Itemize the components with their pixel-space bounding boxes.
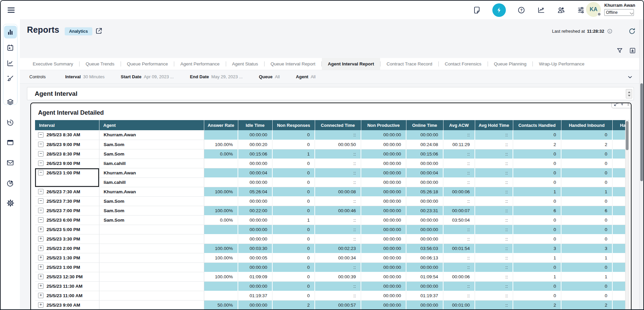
page-scrollbar-thumb[interactable]	[640, 83, 643, 181]
sidebar-item-layers[interactable]	[4, 95, 17, 108]
sidebar-item-window[interactable]	[4, 136, 17, 149]
expand-row-icon[interactable]: +	[38, 236, 43, 242]
control-interval[interactable]: Interval30 Minutes	[65, 74, 104, 79]
collapse-row-icon[interactable]: −	[38, 189, 43, 194]
chevron-down-icon[interactable]	[627, 74, 633, 81]
tab-queue-performance[interactable]: Queue Performance	[121, 58, 174, 70]
expand-row-icon[interactable]: +	[38, 283, 43, 289]
collapse-row-icon[interactable]: −	[38, 208, 43, 213]
collapse-row-icon[interactable]: −	[38, 132, 43, 138]
sidebar-item-metrics[interactable]	[4, 57, 17, 69]
interval-cell[interactable]: +25/5/23 9:00 AM	[35, 300, 99, 310]
step-up-icon[interactable]	[628, 91, 631, 93]
tab-contract-trace-record[interactable]: Contract Trace Record	[380, 58, 438, 70]
interval-cell[interactable]: +25/5/23 3:30 PM	[35, 234, 99, 244]
interval-cell[interactable]: +25/5/23 11:00 AM	[35, 291, 99, 300]
interval-cell[interactable]: +25/5/23 1:00 PM	[35, 262, 99, 272]
interval-cell[interactable]: +25/5/23 11:30 AM	[35, 281, 99, 291]
kebab-menu-icon[interactable]	[626, 103, 631, 106]
tab-executive-summary[interactable]: Executive Summary	[27, 58, 79, 70]
tab-agent-interval-report[interactable]: Agent Interval Report	[322, 58, 380, 70]
column-header-avg-acw[interactable]: Avg ACW	[443, 120, 475, 130]
collapse-row-icon[interactable]: −	[38, 161, 43, 166]
sidebar-item-customize[interactable]	[4, 72, 17, 85]
expand-row-icon[interactable]: +	[38, 274, 43, 279]
column-header-contacts-handled[interactable]: Contacts Handled	[513, 120, 561, 130]
sidebar-item-reports[interactable]	[4, 26, 17, 38]
hamburger-menu-icon[interactable]	[7, 6, 16, 15]
interval-cell[interactable]: −25/5/23 7:00 PM	[35, 206, 99, 215]
sliders-icon[interactable]	[577, 6, 585, 15]
interval-cell[interactable]: +25/5/23 5:00 PM	[35, 225, 99, 234]
interval-cell[interactable]: −28/5/23 9:00 PM	[35, 140, 99, 149]
avatar[interactable]: KA	[586, 2, 601, 17]
expand-row-icon[interactable]: +	[38, 264, 43, 270]
column-header-agent[interactable]: Agent	[99, 120, 204, 130]
table-vertical-scrollbar[interactable]	[625, 120, 629, 310]
control-queue[interactable]: QueueAll	[259, 74, 280, 79]
collapse-row-icon[interactable]: −	[38, 142, 43, 147]
agents-icon[interactable]	[557, 6, 565, 15]
tab-agent-performance[interactable]: Agent Performance	[174, 58, 225, 70]
expand-row-icon[interactable]: +	[38, 255, 43, 260]
control-agent[interactable]: AgentAll	[296, 74, 315, 79]
control-start-date[interactable]: Start DateApr 09, 2023 ...	[121, 74, 174, 79]
column-header-non-productive[interactable]: Non Productive	[361, 120, 406, 130]
help-icon[interactable]: ?	[517, 6, 526, 15]
collapse-row-icon[interactable]: −	[38, 217, 43, 223]
sidebar-item-schedule[interactable]	[4, 41, 17, 54]
interval-cell[interactable]: −28/5/23 8:30 PM	[35, 149, 99, 159]
scrollbar-thumb[interactable]	[626, 121, 628, 150]
expand-icon[interactable]	[614, 103, 619, 107]
interval-cell[interactable]: −29/5/23 8:30 AM	[35, 130, 99, 140]
agent-interval-detailed-panel[interactable]: Agent Interval Detailed IntervalAgentAns…	[30, 103, 632, 310]
collapse-row-icon[interactable]: −	[38, 198, 43, 204]
column-header-online-time[interactable]: Online Time	[406, 120, 443, 130]
expand-row-icon[interactable]: +	[38, 227, 43, 232]
tab-wrap-up-performance[interactable]: Wrap-Up Performance	[533, 58, 590, 70]
interval-cell[interactable]: −26/5/23 7:30 AM	[35, 187, 99, 196]
tab-agent-status[interactable]: Agent Status	[226, 58, 264, 70]
filter-icon[interactable]	[616, 47, 623, 54]
tab-queue-trends[interactable]: Queue Trends	[80, 58, 121, 70]
sidebar-item-mail[interactable]	[4, 156, 17, 169]
step-down-icon[interactable]	[628, 95, 631, 96]
page-scrollbar[interactable]	[639, 20, 643, 309]
column-header-idle-time[interactable]: Idle Time	[238, 120, 272, 130]
refresh-icon[interactable]	[628, 27, 636, 36]
collapse-row-icon[interactable]: −	[38, 151, 43, 157]
sidebar-item-history[interactable]	[4, 116, 17, 129]
interval-cell[interactable]: +25/5/23 2:00 PM	[35, 244, 99, 253]
document-icon[interactable]	[472, 6, 481, 15]
interval-cell[interactable]: −26/5/23 1:00 PM	[35, 168, 99, 187]
sidebar-item-settings[interactable]	[4, 197, 17, 209]
column-header-connected-time[interactable]: Connected Time	[315, 120, 361, 130]
column-header-avg-hold-time[interactable]: Avg Hold Time	[475, 120, 513, 130]
tab-contact-forensics[interactable]: Contact Forensics	[439, 58, 488, 70]
download-icon[interactable]	[629, 47, 636, 54]
line-chart-icon[interactable]	[537, 6, 546, 15]
interval-cell[interactable]: −25/5/23 6:00 PM	[35, 215, 99, 225]
column-header-handled-inbound[interactable]: Handled Inbound	[561, 120, 612, 130]
status-select[interactable]: Offline	[604, 9, 634, 16]
interval-cell[interactable]: −25/5/23 7:30 PM	[35, 196, 99, 206]
column-header-interval[interactable]: Interval	[35, 120, 99, 130]
column-header-answer-rate[interactable]: Answer Rate	[204, 120, 238, 130]
scroll-stepper[interactable]	[626, 89, 632, 98]
filter-icon[interactable]	[620, 103, 624, 106]
lightning-icon[interactable]	[492, 3, 506, 17]
collapse-row-icon[interactable]: −	[38, 170, 43, 175]
external-link-icon[interactable]	[95, 27, 103, 36]
column-header-non-responses[interactable]: Non Responses	[272, 120, 315, 130]
tab-queue-planning[interactable]: Queue Planning	[488, 58, 533, 70]
expand-row-icon[interactable]: +	[38, 293, 43, 298]
interval-cell[interactable]: +25/5/23 12:30 PM	[35, 272, 99, 281]
control-end-date[interactable]: End DateMay 29, 2023 ...	[190, 74, 243, 79]
expand-row-icon[interactable]: +	[38, 302, 43, 308]
interval-cell[interactable]: +25/5/23 1:30 PM	[35, 253, 99, 262]
expand-row-icon[interactable]: +	[38, 246, 43, 251]
interval-cell[interactable]: −26/5/23 9:00 PM	[35, 159, 99, 168]
sidebar-item-pie[interactable]	[4, 177, 17, 190]
tab-queue-interval-report[interactable]: Queue Interval Report	[265, 58, 321, 70]
info-icon[interactable]	[607, 28, 613, 34]
